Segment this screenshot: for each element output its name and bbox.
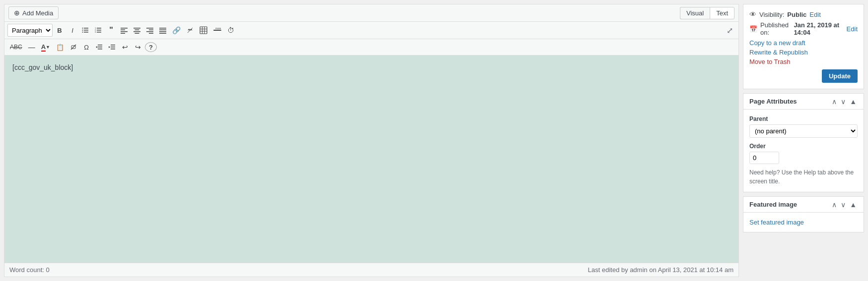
align-right-button[interactable] <box>144 24 156 36</box>
published-row: 📅 Published on: Jan 21, 2019 at 14:04 Ed… <box>749 21 858 36</box>
svg-rect-0 <box>84 28 88 29</box>
svg-rect-29 <box>200 27 207 34</box>
panel-close-button[interactable]: ▲ <box>849 98 858 105</box>
help-text: Need help? Use the Help tab above the sc… <box>749 168 858 186</box>
toolbar-row-1: Paragraph Heading 1 Heading 2 Heading 3 … <box>4 22 738 39</box>
featured-collapse-down-button[interactable]: ∨ <box>840 201 847 208</box>
view-tabs: Visual Text <box>680 7 734 19</box>
svg-rect-2 <box>84 32 88 33</box>
publish-links: Copy to a new draft Rewrite & Republish … <box>749 39 858 65</box>
unordered-list-button[interactable] <box>79 24 91 36</box>
blockquote-button[interactable]: " <box>105 24 117 36</box>
svg-rect-12 <box>121 28 128 29</box>
wp-more-button[interactable]: more <box>211 24 224 36</box>
svg-rect-8 <box>97 32 101 33</box>
visibility-edit-link[interactable]: Edit <box>809 11 820 18</box>
svg-rect-23 <box>149 33 153 34</box>
rewrite-republish-link[interactable]: Rewrite & Republish <box>749 49 858 56</box>
eye-icon: 👁 <box>749 10 756 18</box>
panel-collapse-down-button[interactable]: ∨ <box>840 98 847 105</box>
undo-button[interactable]: ↩ <box>119 41 131 53</box>
align-left-button[interactable] <box>118 24 130 36</box>
published-edit-link[interactable]: Edit <box>847 25 858 33</box>
visibility-label: Visibility: <box>759 11 784 18</box>
calendar-icon: 📅 <box>749 25 757 33</box>
word-count: Word count: 0 <box>9 266 50 274</box>
paragraph-select[interactable]: Paragraph Heading 1 Heading 2 Heading 3 … <box>7 24 53 37</box>
published-date: Jan 21, 2019 at 14:04 <box>794 21 843 36</box>
add-media-icon: ⊕ <box>14 9 20 17</box>
featured-close-button[interactable]: ▲ <box>849 201 858 208</box>
redo-button[interactable]: ↪ <box>132 41 144 53</box>
panel-controls: ∧ ∨ ▲ <box>831 98 858 105</box>
featured-image-header: Featured image ∧ ∨ ▲ <box>743 197 864 213</box>
svg-rect-18 <box>134 31 140 32</box>
panel-collapse-up-button[interactable]: ∧ <box>831 98 838 105</box>
toolbar-row-2: ABC — A ▼ 📋 Ω ↩ ↪ ? <box>4 39 738 56</box>
editor-content[interactable]: [ccc_gov_uk_block] <box>4 56 738 263</box>
set-featured-image-link[interactable]: Set featured image <box>749 219 804 226</box>
svg-rect-38 <box>98 47 102 48</box>
svg-rect-27 <box>159 33 166 34</box>
publish-panel: 👁 Visibility: Public Edit 📅 Published on… <box>743 4 864 89</box>
add-media-label: Add Media <box>22 9 53 17</box>
svg-point-5 <box>82 32 83 33</box>
featured-image-panel: Featured image ∧ ∨ ▲ Set featured image <box>743 196 864 232</box>
svg-rect-19 <box>135 33 139 34</box>
editor-footer: Word count: 0 Last edited by admin on Ap… <box>4 263 738 277</box>
italic-button[interactable]: I <box>67 24 78 36</box>
align-justify-button[interactable] <box>157 24 169 36</box>
visual-tab[interactable]: Visual <box>680 7 710 19</box>
publish-panel-body: 👁 Visibility: Public Edit 📅 Published on… <box>743 4 864 89</box>
table-button[interactable] <box>197 24 210 36</box>
svg-rect-1 <box>84 30 88 31</box>
svg-rect-22 <box>146 31 153 32</box>
editor-area: ⊕ Add Media Visual Text Paragraph Headin… <box>4 4 739 277</box>
svg-rect-17 <box>135 30 139 31</box>
paste-text-button[interactable]: 📋 <box>54 41 67 53</box>
bold-button[interactable]: B <box>54 24 66 36</box>
text-color-button[interactable]: A ▼ <box>39 41 53 53</box>
move-to-trash-link[interactable]: Move to Trash <box>749 58 858 65</box>
svg-rect-24 <box>159 28 166 29</box>
align-center-button[interactable] <box>131 24 143 36</box>
add-media-button[interactable]: ⊕ Add Media <box>8 6 59 19</box>
strikethrough-button[interactable]: ABC <box>7 41 25 53</box>
ordered-list-button[interactable]: 1.2.3. <box>92 24 104 36</box>
page-attributes-body: Parent (no parent) Order Need help? Use … <box>743 110 864 192</box>
parent-label: Parent <box>749 115 858 122</box>
featured-image-body: Set featured image <box>743 213 864 232</box>
svg-rect-20 <box>146 28 153 29</box>
visibility-value: Public <box>787 11 806 18</box>
copy-draft-link[interactable]: Copy to a new draft <box>749 39 858 47</box>
help-button[interactable]: ? <box>145 42 157 52</box>
update-button[interactable]: Update <box>822 69 858 83</box>
svg-rect-6 <box>97 28 101 29</box>
featured-panel-controls: ∧ ∨ ▲ <box>831 201 858 208</box>
unlink-button[interactable] <box>184 24 196 36</box>
editor-top-bar: ⊕ Add Media Visual Text <box>4 4 738 22</box>
svg-rect-16 <box>134 28 140 29</box>
special-char-button[interactable]: Ω <box>80 41 92 53</box>
svg-rect-26 <box>159 31 166 32</box>
visibility-row: 👁 Visibility: Public Edit <box>749 10 858 18</box>
svg-rect-40 <box>111 45 115 46</box>
svg-rect-7 <box>97 30 101 31</box>
order-label: Order <box>749 143 858 150</box>
expand-button[interactable]: ⤢ <box>724 24 735 36</box>
indent-button[interactable] <box>106 41 118 53</box>
order-input[interactable] <box>749 152 779 164</box>
parent-select[interactable]: (no parent) <box>749 124 858 138</box>
page-attributes-header: Page Attributes ∧ ∨ ▲ <box>743 94 864 110</box>
featured-collapse-up-button[interactable]: ∧ <box>831 201 838 208</box>
clear-format-button[interactable] <box>67 41 79 53</box>
distraction-free-button[interactable]: ⏱ <box>225 24 237 36</box>
text-tab[interactable]: Text <box>710 7 734 19</box>
svg-point-4 <box>82 30 83 31</box>
hr-button[interactable]: — <box>26 41 38 53</box>
link-button[interactable]: 🔗 <box>170 24 183 36</box>
outdent-button[interactable] <box>93 41 105 53</box>
svg-rect-21 <box>149 30 153 31</box>
text-color-icon: A <box>41 43 46 52</box>
svg-rect-13 <box>121 30 125 31</box>
